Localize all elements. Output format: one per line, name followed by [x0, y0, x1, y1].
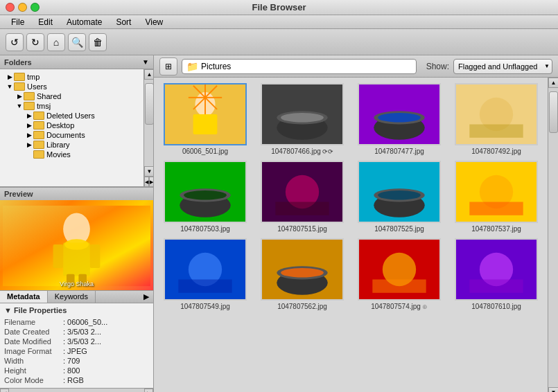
svg-rect-56 [469, 280, 523, 293]
svg-point-33 [184, 190, 227, 200]
show-select[interactable]: Flagged and Unflagged Flagged Only Unfla… [453, 59, 552, 74]
show-select-wrapper[interactable]: Flagged and Unflagged Flagged Only Unfla… [453, 59, 552, 74]
thumb-filename: 1047807466.jpg ⟳⟳ [271, 148, 333, 155]
tree-item-users[interactable]: ▼ Users [0, 82, 143, 91]
tree-label-shared: Shared [37, 92, 61, 100]
home-button[interactable]: ⌂ [47, 33, 65, 51]
tree-item-deleted[interactable]: ▶ Deleted Users [0, 111, 143, 121]
metadata-tabs: Metadata Keywords ▶ [0, 291, 153, 303]
arrow-icon: ▶ [15, 92, 24, 100]
preview-image-label: Virgo Shaka [60, 280, 94, 287]
delete-button[interactable]: 🗑 [89, 33, 107, 51]
preview-artwork [3, 204, 150, 287]
menu-sort[interactable]: Sort [110, 17, 137, 28]
meta-row-height: Height : 800 [4, 366, 149, 375]
arrow-icon: ▶ [6, 73, 14, 81]
tab-metadata[interactable]: Metadata [0, 291, 48, 303]
tree-item-library[interactable]: ▶ Library [0, 140, 143, 150]
menu-edit[interactable]: Edit [33, 17, 58, 28]
folders-expand-icon[interactable]: ▼ [142, 58, 149, 66]
scroll-right-bottom[interactable]: ▶ [144, 389, 153, 392]
meta-label-colormode: Color Mode [4, 376, 63, 384]
tab-keywords[interactable]: Keywords [48, 291, 96, 303]
tree-label-documents: Documents [46, 131, 85, 139]
meta-row-width: Width : 709 [4, 356, 149, 366]
titlebar: File Browser [0, 0, 558, 15]
tree-label-tmsj: tmsj [37, 102, 51, 110]
right-scrollbar[interactable]: ▲ ▼ [548, 78, 558, 392]
window-controls[interactable] [6, 3, 40, 12]
meta-label-date-modified: Date Modified [4, 337, 63, 346]
scroll-thumb-right[interactable] [549, 91, 558, 133]
thumb-filename: 1047807574.jpg ⊕ [371, 303, 428, 310]
path-input[interactable]: 📁 Pictures [182, 59, 417, 74]
grid-item[interactable]: 1047807610.jpg [451, 238, 542, 310]
scroll-track[interactable] [144, 80, 153, 166]
grid-item[interactable]: 1047807537.jpg [451, 161, 542, 233]
tree-item-shared[interactable]: ▶ Shared [0, 91, 143, 101]
grid-item[interactable]: 1047807515.jpg [256, 161, 348, 233]
folders-scrollbar[interactable]: ▲ ▼ ◀ ▶ [143, 69, 153, 187]
file-properties-label: File Properties [14, 306, 67, 314]
svg-rect-46 [178, 280, 232, 293]
grid-item[interactable]: 1047807466.jpg ⟳⟳ [256, 83, 348, 155]
grid-item[interactable]: 1047807574.jpg ⊕ [354, 238, 445, 310]
arrow-icon: ▼ [15, 102, 24, 110]
refresh-back-button[interactable]: ↺ [6, 33, 24, 51]
scroll-up-right[interactable]: ▲ [548, 78, 558, 88]
menu-file[interactable]: File [6, 17, 30, 28]
scroll-up-btn[interactable]: ▲ [144, 69, 153, 80]
grid-item[interactable]: 1047807477.jpg [354, 83, 445, 155]
arrow-icon: ▶ [25, 141, 33, 149]
meta-row-colormode: Color Mode : RGB [4, 375, 149, 385]
folder-icon: 📁 [186, 61, 198, 72]
metadata-content: ▼ File Properties Filename : 06006_50...… [0, 303, 153, 388]
meta-label-date-created: Date Created [4, 328, 63, 336]
grid-item[interactable]: 1047807525.jpg [354, 161, 445, 233]
thumb-filename: 1047807549.jpg [180, 303, 230, 310]
tree-item-documents[interactable]: ▶ Documents [0, 130, 143, 140]
scroll-down-right[interactable]: ▼ [548, 387, 558, 392]
minimize-button[interactable] [18, 3, 27, 12]
menubar: File Edit Automate Sort View [0, 15, 558, 29]
thumb-filename: 1047807515.jpg [277, 225, 327, 233]
svg-point-22 [281, 113, 324, 123]
scroll-track-right[interactable] [548, 88, 558, 387]
bottom-scrollbar[interactable]: ◀ ▶ [0, 388, 153, 392]
scroll-thumb[interactable] [145, 83, 153, 125]
file-properties-header: ▼ File Properties [4, 306, 149, 314]
grid-item[interactable]: 06006_501.jpg [159, 83, 251, 155]
preview-section: Preview [0, 187, 153, 291]
refresh-forward-button[interactable]: ↻ [26, 33, 44, 51]
meta-value-format: : JPEG [63, 347, 87, 355]
grid-item[interactable]: 1047807562.jpg [256, 238, 348, 310]
search-button[interactable]: 🔍 [68, 33, 86, 51]
tree-item-desktop[interactable]: ▶ Desktop [0, 121, 143, 130]
arrow-icon: ▶ [25, 112, 33, 120]
maximize-button[interactable] [30, 3, 40, 12]
thumb-filename: 06006_501.jpg [182, 148, 228, 155]
scroll-left-bottom[interactable]: ◀ [0, 389, 9, 392]
folders-section-header: Folders ▼ [0, 55, 153, 69]
thumb-filename: 1047807610.jpg [471, 303, 521, 310]
tree-item-tmsj[interactable]: ▼ tmsj [0, 101, 143, 111]
metadata-expand-btn[interactable]: ▶ [139, 291, 153, 303]
tree-item-movies[interactable]: Movies [0, 150, 143, 159]
thumb-filename: 1047807492.jpg [471, 148, 521, 155]
scroll-right-btn[interactable]: ▶ [149, 177, 153, 187]
menu-automate[interactable]: Automate [61, 17, 107, 28]
svg-rect-29 [469, 125, 523, 138]
view-toggle-btn[interactable]: ⊞ [159, 57, 177, 75]
close-button[interactable] [6, 3, 15, 12]
toolbar: ↺ ↻ ⌂ 🔍 🗑 [0, 29, 558, 55]
scroll-left-btn[interactable]: ◀ [144, 177, 149, 187]
scroll-down-btn[interactable]: ▼ [144, 166, 153, 177]
arrow-icon: ▼ [6, 82, 14, 91]
menu-view[interactable]: View [139, 17, 168, 28]
grid-item[interactable]: 1047807549.jpg [159, 238, 251, 310]
tree-label-tmp: tmp [27, 73, 40, 81]
grid-item[interactable]: 1047807492.jpg [451, 83, 542, 155]
tree-item-tmp[interactable]: ▶ tmp [0, 72, 143, 82]
grid-item[interactable]: 1047807503.jpg [159, 161, 251, 233]
tree-label-movies: Movies [46, 150, 71, 159]
